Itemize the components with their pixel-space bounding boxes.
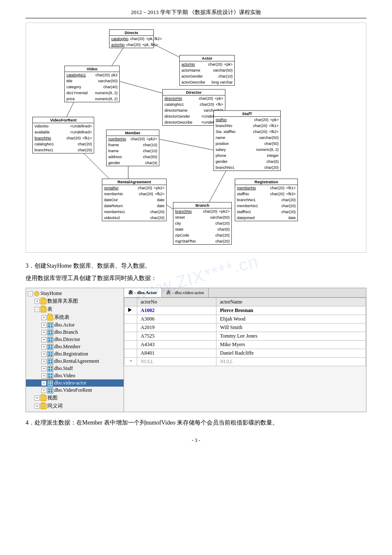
- tree-item-tables[interactable]: - 表: [26, 305, 124, 313]
- views-label: 视图: [47, 394, 58, 402]
- cell-actorname: Pierce Brosnan: [216, 306, 366, 315]
- tab-videoactor[interactable]: 表 - dbo.video-actor: [162, 288, 209, 297]
- member-expand[interactable]: +: [41, 344, 46, 350]
- entity-member: Member numberNochar(20)<pk2> fnamechar(1…: [106, 130, 159, 166]
- cell-actorno: A3006: [137, 315, 216, 324]
- tables-expand[interactable]: -: [35, 307, 40, 312]
- actor-table-icon: [47, 322, 53, 328]
- tree-item-video[interactable]: + dbo.Video: [26, 372, 124, 379]
- tree-item-staff[interactable]: + dbo.Staff: [26, 365, 124, 372]
- member-table-icon: [47, 344, 53, 350]
- synonyms-folder-icon: [40, 403, 46, 409]
- entity-rentalagreement: RentalAgreement rentalNochar(20)<pk2> me…: [102, 179, 167, 221]
- actor-label: dbo.Actor: [54, 322, 75, 328]
- section4-label: 4．: [26, 419, 35, 426]
- director-label: dbo.Director: [54, 336, 80, 343]
- row-indicator-cell: [124, 349, 137, 358]
- member-label: dbo.Member: [54, 344, 81, 350]
- systables-label: 系统表: [54, 314, 69, 321]
- videoactor-expand[interactable]: +: [41, 381, 46, 386]
- cell-actorno: A1002: [137, 306, 216, 315]
- cell-actorno: A8401: [137, 349, 216, 358]
- table-row[interactable]: A8401Daniel Radcliffe: [124, 349, 366, 358]
- tree-item-synonyms[interactable]: + 同义词: [26, 402, 124, 410]
- tree-item-director[interactable]: + dbo.Director: [26, 336, 124, 343]
- table-row[interactable]: *NULLNULL: [124, 358, 366, 366]
- table-row[interactable]: A7525Tommy Lee Jones: [124, 332, 366, 341]
- director-expand[interactable]: +: [41, 337, 46, 342]
- table-row[interactable]: A4343Mike Myers: [124, 341, 366, 349]
- section4-content: 处理派生数据：在Member 表中增加一个列numofVideo 来存储每个会员…: [35, 419, 278, 426]
- tree-item-views[interactable]: + 视图: [26, 394, 124, 402]
- col-header-actorname: actorName: [216, 298, 366, 306]
- cell-actorname: Daniel Radcliffe: [216, 349, 366, 358]
- row-indicator-cell: [124, 306, 137, 315]
- tree-item-systables[interactable]: + 系统表: [26, 313, 124, 321]
- root-label: StayHome: [40, 290, 62, 297]
- row-indicator-cell: [124, 324, 137, 332]
- tree-item-branch[interactable]: + dbo.Branch: [26, 329, 124, 336]
- rentalagreement-label: dbo.RentalAgreement: [54, 358, 99, 364]
- erd-diagram: Directs catalogNochar(20)<pk, fk2> actor…: [26, 23, 366, 253]
- staff-expand[interactable]: +: [41, 366, 46, 371]
- tree-root[interactable]: - StayHome: [26, 290, 124, 297]
- db-area: - StayHome + 数据库关系图 - 表: [26, 288, 366, 412]
- registration-label: dbo.Registration: [54, 351, 88, 357]
- video-label: dbo.Video: [54, 373, 75, 379]
- cell-actorno: A2019: [137, 324, 216, 332]
- branch-expand[interactable]: +: [41, 330, 46, 335]
- cell-actorno: A4343: [137, 341, 216, 349]
- branch-label: dbo.Branch: [54, 329, 78, 335]
- video-expand[interactable]: +: [41, 373, 46, 379]
- registration-table-icon: [47, 351, 53, 357]
- views-folder-icon: [40, 395, 46, 401]
- cell-actorname: Will Smith: [216, 324, 366, 332]
- section3-sub: 使用数据库管理工具创建了数据库同时插入数据：: [26, 273, 366, 283]
- tab-actor[interactable]: 表 - dbo.Actor: [124, 288, 162, 297]
- synonyms-label: 同义词: [47, 402, 63, 410]
- registration-expand[interactable]: +: [41, 352, 46, 357]
- video-table-icon: [47, 373, 53, 379]
- cell-actorname: Mike Myers: [216, 341, 366, 349]
- row-indicator-cell: [124, 315, 137, 324]
- systables-folder-icon: [47, 315, 53, 321]
- tables-label: 表: [47, 306, 52, 313]
- systables-expand[interactable]: +: [41, 315, 46, 320]
- row-indicator-cell: *: [124, 358, 137, 366]
- table-row[interactable]: A2019Will Smith: [124, 324, 366, 332]
- cell-actorname: Tommy Lee Jones: [216, 332, 366, 341]
- tree-item-actor[interactable]: + dbo.Actor: [26, 321, 124, 329]
- dbdiagram-label: 数据库关系图: [47, 298, 78, 305]
- tree-item-videoforrent[interactable]: + dbo.VideoForRent: [26, 387, 124, 394]
- videoactor-label: dbo.video-actor: [54, 380, 86, 386]
- tree-item-member[interactable]: + dbo.Member: [26, 343, 124, 350]
- dbdiagram-expand[interactable]: +: [35, 299, 40, 304]
- row-indicator-cell: [124, 332, 137, 341]
- page-number: - 3 -: [26, 437, 366, 444]
- videoforrent-table-icon: [47, 387, 53, 393]
- section3-label: 3．: [26, 263, 35, 269]
- entity-directs-title: Directs: [110, 30, 153, 36]
- section4-text: 4．处理派生数据：在Member 表中增加一个列numofVideo 来存储每个…: [26, 417, 366, 429]
- data-table: actorNo actorName A1002Pierce BrosnanA30…: [124, 298, 366, 366]
- branch-table-icon: [47, 330, 53, 335]
- row-indicator-cell: [124, 341, 137, 349]
- rentalagreement-expand[interactable]: +: [41, 359, 46, 364]
- views-expand[interactable]: +: [35, 396, 40, 401]
- tree-item-rentalagreement[interactable]: + dbo.RentalAgreement: [26, 358, 124, 365]
- entity-actor: Actor actorNochar(20)<pk> actorNamevarch…: [179, 55, 235, 86]
- entity-staff: StafT stafNochar(20)<pk> branchNochar(20…: [213, 110, 281, 171]
- section3-text: 3．创建StayHome 数据库、数据表、导入数据。 使用数据库管理工具创建了数…: [26, 260, 366, 283]
- tree-item-dbdiagram[interactable]: + 数据库关系图: [26, 297, 124, 305]
- root-expand[interactable]: -: [28, 291, 33, 296]
- cell-actorno: NULL: [137, 358, 216, 366]
- table-row[interactable]: A3006Elijah Wood: [124, 315, 366, 324]
- videoforrent-expand[interactable]: +: [41, 388, 46, 393]
- root-icon: [34, 291, 40, 297]
- actor-expand[interactable]: +: [41, 323, 46, 328]
- tree-item-registration[interactable]: + dbo.Registration: [26, 350, 124, 358]
- table-row[interactable]: A1002Pierce Brosnan: [124, 306, 366, 315]
- synonyms-expand[interactable]: +: [35, 404, 40, 409]
- tree-item-videoactor[interactable]: + dbo.video-actor: [26, 379, 124, 387]
- entity-video: Video catalogNo1char(20)pk2 titlevarchar…: [64, 66, 120, 102]
